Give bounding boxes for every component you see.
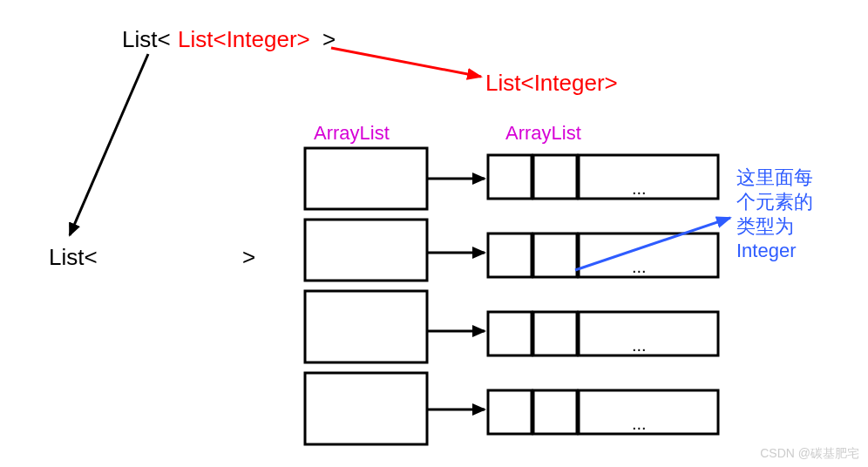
outer-arraylist-column [305,148,427,444]
inner-row-2 [488,234,718,277]
svg-rect-8 [533,234,577,277]
svg-rect-1 [305,220,427,281]
ellipsis-3: ... [632,335,647,355]
svg-rect-2 [305,291,427,362]
arrow-note-to-cell [575,218,730,270]
arrow-title-to-list [70,54,148,235]
svg-rect-13 [488,390,532,434]
outer-list-close: > [242,244,255,271]
outer-arraylist-label: ArrayList [314,122,390,145]
svg-rect-15 [579,390,718,434]
svg-rect-12 [579,312,718,355]
inner-row-4 [488,390,718,434]
svg-rect-9 [579,234,718,277]
arrow-title-to-type [331,48,481,77]
title-prefix: List< [122,26,171,53]
svg-rect-11 [533,312,577,355]
svg-rect-4 [488,155,532,199]
inner-row-3 [488,312,718,355]
inner-arraylist-rows [488,155,718,434]
svg-rect-0 [305,148,427,209]
title-inner: List<Integer> [178,26,310,53]
watermark: CSDN @碳基肥宅 [760,446,859,462]
cell-to-row-arrows [427,179,485,409]
inner-row-1 [488,155,718,199]
ellipsis-1: ... [632,179,647,199]
svg-rect-7 [488,234,532,277]
inner-type-label: List<Integer> [485,70,618,97]
note-l3: 类型为 [736,214,813,239]
svg-rect-6 [579,155,718,199]
note-text: 这里面每 个元素的 类型为 Integer [736,166,813,263]
outer-list-open: List< [49,244,98,271]
ellipsis-4: ... [632,414,647,434]
inner-arraylist-label: ArrayList [505,122,581,145]
note-l1: 这里面每 [736,166,813,190]
svg-rect-5 [533,155,577,199]
note-l2: 个元素的 [736,190,813,214]
svg-rect-3 [305,373,427,444]
title-suffix: > [322,26,336,53]
ellipsis-2: ... [632,257,647,277]
svg-rect-14 [533,390,577,434]
svg-rect-10 [488,312,532,355]
note-l4: Integer [736,239,813,263]
